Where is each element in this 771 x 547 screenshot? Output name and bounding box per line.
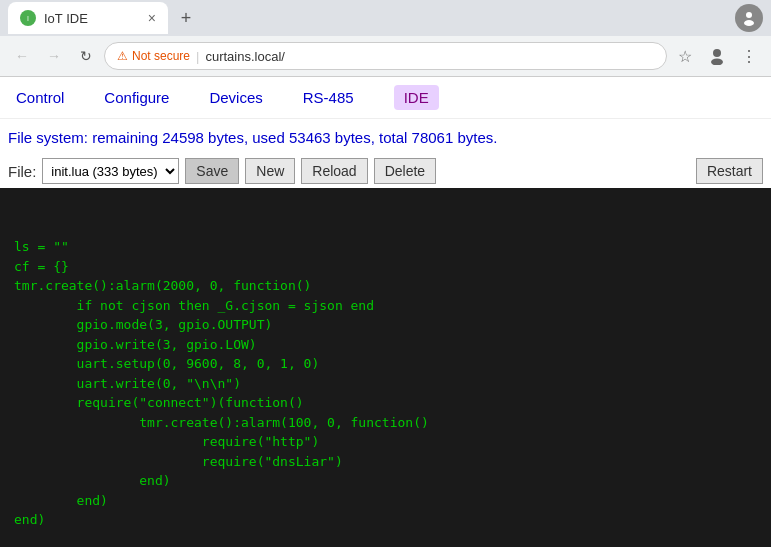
page-content: Control Configure Devices RS-485 IDE Fil… [0,77,771,547]
refresh-button[interactable]: ↻ [72,42,100,70]
new-button[interactable]: New [245,158,295,184]
browser-chrome: I IoT IDE × + ← → ↻ ⚠ Not secure | curta… [0,0,771,77]
save-button[interactable]: Save [185,158,239,184]
tab-title: IoT IDE [44,11,140,26]
file-bar: File: init.lua (333 bytes) Save New Relo… [0,154,771,188]
new-tab-button[interactable]: + [172,4,200,32]
file-select[interactable]: init.lua (333 bytes) [42,158,179,184]
url-bar[interactable]: ⚠ Not secure | curtains.local/ [104,42,667,70]
address-bar: ← → ↻ ⚠ Not secure | curtains.local/ ☆ ⋮ [0,36,771,76]
devices-nav-link[interactable]: Devices [209,89,262,106]
ide-nav-link[interactable]: IDE [394,85,439,110]
reload-button[interactable]: Reload [301,158,367,184]
delete-button[interactable]: Delete [374,158,436,184]
filesystem-info: File system: remaining 24598 bytes, used… [0,119,771,154]
rs485-nav-link[interactable]: RS-485 [303,89,354,106]
profile-button[interactable] [735,4,763,32]
svg-point-2 [746,12,752,18]
svg-point-3 [744,20,754,26]
svg-point-4 [713,49,721,57]
tab-close-button[interactable]: × [148,10,156,26]
security-icon: ⚠ [117,49,128,63]
url-separator: | [196,49,199,64]
nav-bar: Control Configure Devices RS-485 IDE [0,77,771,119]
security-text: Not secure [132,49,190,63]
security-warning: ⚠ Not secure [117,49,190,63]
user-account-button[interactable] [703,42,731,70]
configure-nav-link[interactable]: Configure [104,89,169,106]
code-content: ls = "" cf = {} tmr.create():alarm(2000,… [14,237,757,530]
tab-favicon: I [20,10,36,26]
browser-tab[interactable]: I IoT IDE × [8,2,168,34]
file-label: File: [8,163,36,180]
restart-button[interactable]: Restart [696,158,763,184]
tab-bar: I IoT IDE × + [0,0,771,36]
svg-text:I: I [27,15,29,22]
url-text: curtains.local/ [205,49,284,64]
code-editor[interactable]: ls = "" cf = {} tmr.create():alarm(2000,… [0,188,771,547]
browser-menu-button[interactable]: ⋮ [735,42,763,70]
back-button[interactable]: ← [8,42,36,70]
forward-button[interactable]: → [40,42,68,70]
control-nav-link[interactable]: Control [16,89,64,106]
svg-point-5 [711,59,723,66]
bookmark-button[interactable]: ☆ [671,42,699,70]
